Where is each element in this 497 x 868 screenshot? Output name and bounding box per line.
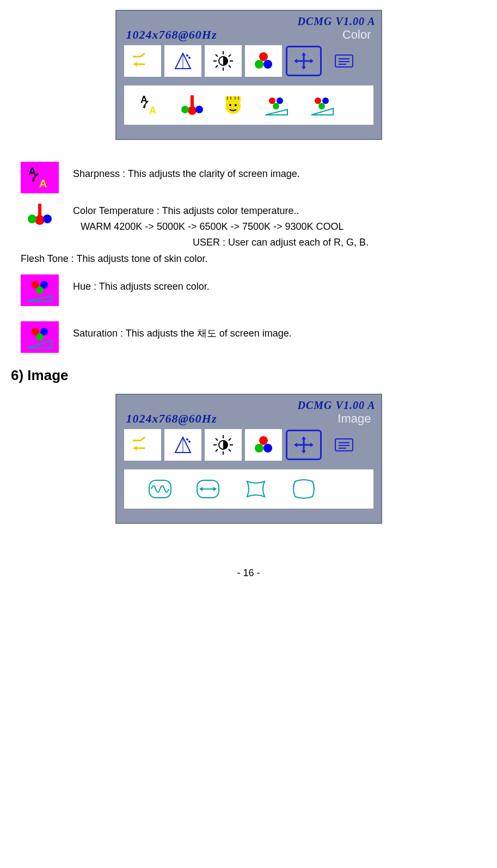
svg-point-66 — [36, 333, 44, 341]
sub-phase-icon[interactable] — [146, 477, 174, 501]
sub-hsize-icon[interactable] — [194, 477, 222, 501]
svg-text:A: A — [39, 178, 47, 190]
page-number: - 16 - — [11, 567, 486, 579]
osd-resolution-text: 1024x768@60Hz — [126, 28, 217, 42]
svg-point-46 — [273, 103, 279, 109]
svg-marker-47 — [266, 109, 287, 115]
tab-input-icon-2[interactable] — [124, 429, 161, 461]
sub-colortemp-icon[interactable] — [179, 93, 205, 117]
tab-color-icon[interactable] — [245, 45, 282, 77]
svg-rect-56 — [38, 204, 41, 217]
osd-sub-image — [124, 469, 373, 509]
desc-hue-row: Hue : This adjusts screen color. — [21, 274, 486, 306]
desc-colortemp-row: Color Temperature : This adjusts color t… — [21, 199, 486, 250]
desc-colortemp-l2: WARM 4200K -> 5000K -> 6500K -> 7500K ->… — [73, 219, 486, 235]
desc-sharpness-text: Sharpness : This adjusts the clarity of … — [73, 162, 486, 182]
tab-picture-icon-2[interactable] — [164, 429, 201, 461]
tab-setup-icon-2[interactable] — [326, 429, 363, 461]
section-heading-image: 6) Image — [11, 367, 486, 384]
osd-main-tabs-2 — [116, 429, 381, 464]
svg-point-4 — [188, 57, 191, 59]
osd-menu-label: Color — [342, 28, 371, 42]
svg-line-80 — [229, 449, 231, 451]
svg-point-85 — [263, 444, 272, 453]
osd-resolution-text-2: 1024x768@60Hz — [126, 412, 217, 426]
sub-hue-icon[interactable] — [261, 93, 292, 117]
svg-text:A: A — [149, 105, 156, 116]
svg-line-12 — [229, 65, 231, 68]
svg-point-84 — [255, 444, 263, 453]
svg-point-15 — [259, 52, 268, 61]
osd-main-tabs — [116, 45, 381, 80]
sharpness-icon: A A — [21, 162, 59, 193]
svg-point-35 — [195, 106, 203, 113]
tab-setup-icon[interactable] — [326, 45, 363, 77]
svg-marker-67 — [28, 340, 52, 348]
svg-point-59 — [43, 215, 52, 223]
svg-point-42 — [229, 104, 231, 106]
svg-point-71 — [186, 438, 188, 441]
svg-marker-63 — [28, 296, 52, 301]
svg-rect-32 — [191, 95, 194, 107]
desc-hue-text: Hue : This adjusts screen color. — [73, 274, 486, 295]
desc-saturation-row: Saturation : This adjusts the 채도 of scre… — [21, 321, 486, 353]
desc-colortemp-l1: Color Temperature : This adjusts color t… — [73, 203, 486, 219]
desc-fleshtone-text: Flesh Tone : This adjusts tone of skin c… — [21, 253, 486, 265]
svg-point-83 — [259, 436, 268, 445]
osd-sub-color: A A — [124, 85, 373, 125]
osd-version-text: DCMG V1.00 A — [116, 14, 381, 28]
desc-colortemp-text: Color Temperature : This adjusts color t… — [73, 199, 486, 250]
svg-point-45 — [277, 97, 283, 104]
svg-line-14 — [216, 65, 218, 68]
tab-input-icon[interactable] — [124, 45, 161, 77]
sub-geometry2-icon[interactable] — [290, 477, 318, 501]
sub-saturation-icon[interactable] — [307, 93, 338, 117]
svg-point-48 — [315, 97, 321, 104]
sub-sharpness-icon[interactable]: A A — [137, 93, 163, 117]
svg-line-82 — [216, 449, 218, 451]
svg-marker-68 — [133, 446, 137, 450]
svg-point-62 — [36, 286, 44, 294]
svg-line-81 — [229, 438, 231, 441]
osd-version-text-2: DCMG V1.00 A — [116, 398, 381, 412]
svg-line-13 — [229, 54, 231, 57]
hue-icon — [21, 274, 59, 306]
colortemp-icon — [21, 199, 59, 230]
svg-point-58 — [28, 215, 36, 223]
svg-point-43 — [235, 104, 237, 106]
sub-fleshtone-icon[interactable] — [220, 93, 246, 117]
osd-panel-color: DCMG V1.00 A 1024x768@60Hz Color — [115, 10, 382, 140]
svg-text:A: A — [28, 166, 36, 178]
tab-brightness-icon-2[interactable] — [205, 429, 242, 461]
svg-marker-0 — [133, 62, 137, 66]
svg-point-3 — [186, 54, 188, 57]
desc-colortemp-l3: USER : User can adjust each of R, G, B. — [73, 235, 486, 250]
tab-picture-icon[interactable] — [164, 45, 201, 77]
svg-marker-100 — [213, 487, 217, 491]
desc-sharpness-row: A A Sharpness : This adjusts the clarity… — [21, 162, 486, 193]
saturation-icon — [21, 321, 59, 353]
tab-brightness-icon[interactable] — [205, 45, 242, 77]
svg-line-11 — [216, 54, 218, 57]
osd-panel-image: DCMG V1.00 A 1024x768@60Hz Image — [115, 394, 382, 524]
tab-image-icon-2[interactable] — [285, 429, 322, 461]
svg-line-79 — [216, 438, 218, 441]
svg-point-72 — [188, 441, 191, 443]
osd-menu-label-2: Image — [338, 412, 371, 426]
svg-point-17 — [263, 60, 272, 69]
desc-saturation-text: Saturation : This adjusts the 채도 of scre… — [73, 321, 486, 341]
svg-point-44 — [269, 97, 275, 104]
svg-point-16 — [255, 60, 263, 69]
tab-color-icon-2[interactable] — [245, 429, 282, 461]
svg-point-50 — [318, 103, 325, 109]
svg-marker-99 — [199, 487, 203, 491]
tab-image-icon[interactable] — [285, 45, 322, 77]
sub-geometry1-icon[interactable] — [242, 477, 270, 501]
svg-point-33 — [188, 106, 197, 115]
svg-point-49 — [322, 97, 329, 104]
svg-point-34 — [181, 106, 189, 113]
